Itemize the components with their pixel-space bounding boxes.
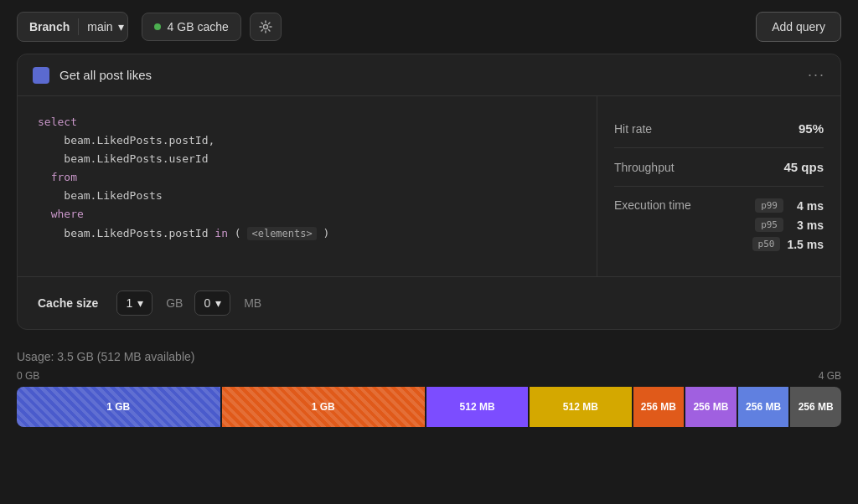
p95-row: p95 3 ms	[755, 218, 824, 232]
gb-unit: GB	[166, 296, 183, 310]
p99-value: 4 ms	[790, 199, 824, 213]
gear-icon	[259, 20, 272, 33]
add-query-button[interactable]: Add query	[756, 12, 841, 42]
branch-divider	[78, 18, 79, 35]
chevron-down-icon: ▾	[118, 20, 124, 33]
branch-label: Branch	[29, 20, 70, 33]
execution-time-row: Execution time p99 4 ms p95 3 ms p50 1.5	[614, 187, 824, 263]
usage-scale: 0 GB 4 GB	[17, 370, 841, 382]
query-body: select beam.LikedPosts.postId, beam.Like…	[18, 96, 840, 276]
mb-selector[interactable]: 0 ▾	[194, 291, 230, 316]
hit-rate-value: 95%	[799, 121, 824, 136]
throughput-value: 45 qps	[783, 160, 824, 174]
bar-segment-2: 512 MB	[426, 387, 528, 427]
throughput-label: Throughput	[614, 161, 675, 174]
p99-row: p99 4 ms	[755, 198, 824, 213]
svg-point-0	[263, 25, 267, 29]
query-card: Get all post likes ··· select beam.Liked…	[17, 54, 841, 330]
cache-badge: 4 GB cache	[142, 13, 241, 41]
usage-bar: 1 GB1 GB512 MB512 MB256 MB256 MB256 MB25…	[17, 387, 841, 427]
p99-badge: p99	[755, 198, 783, 213]
query-title: Get all post likes	[59, 68, 798, 82]
execution-label: Execution time	[614, 198, 691, 212]
settings-button[interactable]	[250, 13, 282, 41]
mb-value: 0	[204, 296, 210, 310]
query-header: Get all post likes ···	[18, 54, 840, 96]
p50-badge: p50	[752, 237, 781, 251]
p50-row: p50 1.5 ms	[752, 237, 824, 251]
hit-rate-row: Hit rate 95%	[614, 110, 824, 148]
p95-badge: p95	[755, 218, 783, 232]
p50-value: 1.5 ms	[787, 238, 824, 251]
cache-size-label: Cache size	[38, 296, 98, 310]
usage-section: Usage: 3.5 GB (512 MB available) 0 GB 4 …	[0, 330, 858, 427]
bar-segment-0: 1 GB	[17, 387, 220, 427]
branch-select[interactable]: main ▾	[87, 20, 123, 33]
throughput-row: Throughput 45 qps	[614, 148, 824, 187]
cache-size-row: Cache size 1 ▾ GB 0 ▾ MB	[18, 276, 840, 329]
mb-chevron-icon: ▾	[215, 296, 221, 310]
gb-chevron-icon: ▾	[137, 296, 143, 310]
sql-code: select beam.LikedPosts.postId, beam.Like…	[38, 113, 576, 243]
cache-label: 4 GB cache	[168, 20, 229, 33]
gb-value: 1	[126, 296, 132, 310]
usage-total: 3.5 GB	[57, 350, 94, 363]
status-dot-icon	[154, 23, 161, 30]
bar-segment-3: 512 MB	[530, 387, 631, 427]
gb-selector[interactable]: 1 ▾	[116, 291, 152, 316]
bar-segment-1: 1 GB	[222, 387, 426, 427]
usage-available: (512 MB available)	[97, 350, 195, 363]
branch-value: main	[87, 20, 112, 33]
scale-left: 0 GB	[17, 370, 39, 382]
sql-panel: select beam.LikedPosts.postId, beam.Like…	[18, 96, 597, 276]
bar-segment-6: 256 MB	[738, 387, 789, 427]
branch-selector[interactable]: Branch main ▾	[17, 12, 128, 42]
usage-text: Usage:	[17, 350, 54, 363]
usage-label: Usage: 3.5 GB (512 MB available)	[17, 350, 841, 363]
p95-value: 3 ms	[790, 219, 824, 232]
mb-unit: MB	[244, 296, 261, 310]
more-options-button[interactable]: ···	[808, 66, 825, 84]
bar-segment-5: 256 MB	[685, 387, 737, 427]
hit-rate-label: Hit rate	[614, 122, 652, 136]
main-content: Get all post likes ··· select beam.Liked…	[0, 54, 858, 330]
metrics-panel: Hit rate 95% Throughput 45 qps Execution…	[597, 96, 840, 276]
scale-right: 4 GB	[819, 370, 841, 382]
top-bar: Branch main ▾ 4 GB cache Add query	[0, 0, 858, 54]
execution-times: p99 4 ms p95 3 ms p50 1.5 ms	[752, 198, 824, 251]
bar-segment-4: 256 MB	[633, 387, 685, 427]
bar-segment-7: 256 MB	[790, 387, 841, 427]
query-icon	[33, 67, 49, 84]
